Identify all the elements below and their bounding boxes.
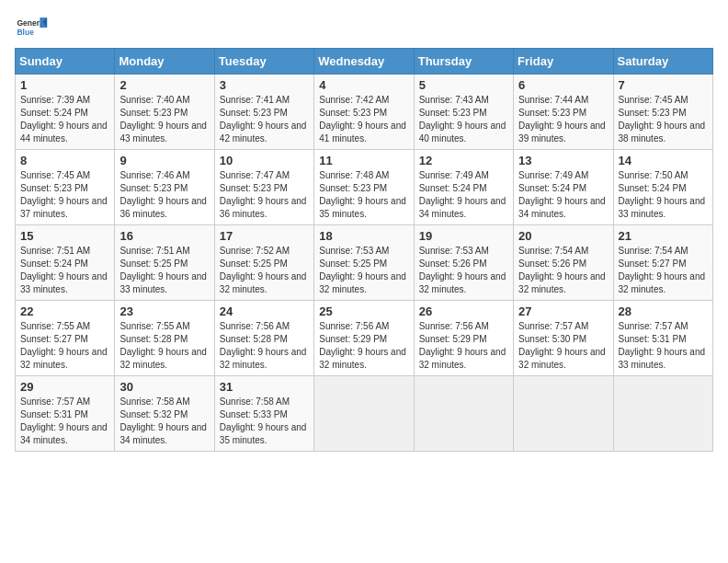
- calendar-cell: 14Sunrise: 7:50 AMSunset: 5:24 PMDayligh…: [613, 150, 712, 225]
- calendar-cell: 16Sunrise: 7:51 AMSunset: 5:25 PMDayligh…: [115, 225, 214, 301]
- day-detail: Sunrise: 7:51 AMSunset: 5:25 PMDaylight:…: [119, 245, 209, 296]
- day-detail: Sunrise: 7:53 AMSunset: 5:25 PMDaylight:…: [319, 245, 408, 296]
- day-number: 31: [220, 380, 309, 394]
- day-number: 1: [20, 78, 109, 92]
- calendar-cell: 17Sunrise: 7:52 AMSunset: 5:25 PMDayligh…: [214, 225, 313, 301]
- svg-text:Blue: Blue: [17, 28, 34, 37]
- calendar-cell: 12Sunrise: 7:49 AMSunset: 5:24 PMDayligh…: [414, 150, 513, 225]
- day-detail: Sunrise: 7:53 AMSunset: 5:26 PMDaylight:…: [419, 245, 508, 296]
- day-number: 17: [220, 229, 309, 243]
- calendar-cell: [314, 376, 414, 452]
- day-number: 30: [119, 380, 209, 394]
- day-number: 5: [419, 78, 508, 92]
- day-detail: Sunrise: 7:41 AMSunset: 5:23 PMDaylight:…: [220, 94, 309, 145]
- day-detail: Sunrise: 7:42 AMSunset: 5:23 PMDaylight:…: [319, 94, 408, 145]
- calendar-cell: 27Sunrise: 7:57 AMSunset: 5:30 PMDayligh…: [514, 301, 613, 376]
- day-number: 20: [518, 229, 608, 243]
- day-detail: Sunrise: 7:46 AMSunset: 5:23 PMDaylight:…: [119, 169, 209, 221]
- day-number: 19: [419, 229, 508, 243]
- day-number: 23: [119, 304, 209, 318]
- calendar-table: SundayMondayTuesdayWednesdayThursdayFrid…: [15, 48, 713, 452]
- calendar-cell: 4Sunrise: 7:42 AMSunset: 5:23 PMDaylight…: [314, 75, 414, 150]
- day-number: 24: [220, 304, 309, 318]
- week-row-4: 22Sunrise: 7:55 AMSunset: 5:27 PMDayligh…: [16, 301, 713, 376]
- day-detail: Sunrise: 7:56 AMSunset: 5:29 PMDaylight:…: [419, 320, 508, 372]
- week-row-3: 15Sunrise: 7:51 AMSunset: 5:24 PMDayligh…: [16, 225, 713, 301]
- calendar-cell: [514, 376, 613, 452]
- day-detail: Sunrise: 7:56 AMSunset: 5:29 PMDaylight:…: [319, 320, 408, 372]
- day-detail: Sunrise: 7:54 AMSunset: 5:27 PMDaylight:…: [619, 245, 708, 296]
- day-number: 15: [20, 229, 109, 243]
- calendar-cell: 2Sunrise: 7:40 AMSunset: 5:23 PMDaylight…: [115, 75, 214, 150]
- day-number: 22: [20, 304, 109, 318]
- header: General Blue: [15, 15, 713, 40]
- day-number: 6: [518, 78, 608, 92]
- day-detail: Sunrise: 7:49 AMSunset: 5:24 PMDaylight:…: [518, 169, 608, 221]
- column-header-wednesday: Wednesday: [314, 49, 414, 75]
- logo: General Blue: [15, 15, 48, 40]
- day-detail: Sunrise: 7:39 AMSunset: 5:24 PMDaylight:…: [20, 94, 109, 145]
- day-number: 4: [319, 78, 408, 92]
- calendar-cell: [414, 376, 513, 452]
- day-number: 13: [518, 154, 608, 167]
- column-header-tuesday: Tuesday: [214, 49, 313, 75]
- day-number: 10: [220, 154, 309, 167]
- day-detail: Sunrise: 7:44 AMSunset: 5:23 PMDaylight:…: [518, 94, 608, 145]
- calendar-cell: 24Sunrise: 7:56 AMSunset: 5:28 PMDayligh…: [214, 301, 313, 376]
- day-detail: Sunrise: 7:51 AMSunset: 5:24 PMDaylight:…: [20, 245, 109, 296]
- calendar-cell: 22Sunrise: 7:55 AMSunset: 5:27 PMDayligh…: [16, 301, 115, 376]
- calendar-cell: 20Sunrise: 7:54 AMSunset: 5:26 PMDayligh…: [514, 225, 613, 301]
- calendar-cell: 29Sunrise: 7:57 AMSunset: 5:31 PMDayligh…: [16, 376, 115, 452]
- day-number: 25: [319, 304, 408, 318]
- calendar-cell: 13Sunrise: 7:49 AMSunset: 5:24 PMDayligh…: [514, 150, 613, 225]
- day-detail: Sunrise: 7:55 AMSunset: 5:27 PMDaylight:…: [20, 320, 109, 372]
- column-header-friday: Friday: [514, 49, 613, 75]
- week-row-5: 29Sunrise: 7:57 AMSunset: 5:31 PMDayligh…: [16, 376, 713, 452]
- day-detail: Sunrise: 7:45 AMSunset: 5:23 PMDaylight:…: [619, 94, 708, 145]
- day-number: 16: [119, 229, 209, 243]
- day-detail: Sunrise: 7:56 AMSunset: 5:28 PMDaylight:…: [220, 320, 309, 372]
- day-detail: Sunrise: 7:58 AMSunset: 5:32 PMDaylight:…: [119, 396, 209, 447]
- calendar-cell: 31Sunrise: 7:58 AMSunset: 5:33 PMDayligh…: [214, 376, 313, 452]
- day-number: 21: [619, 229, 708, 243]
- calendar-cell: [613, 376, 712, 452]
- day-detail: Sunrise: 7:48 AMSunset: 5:23 PMDaylight:…: [319, 169, 408, 221]
- day-detail: Sunrise: 7:45 AMSunset: 5:23 PMDaylight:…: [20, 169, 109, 221]
- calendar-cell: 8Sunrise: 7:45 AMSunset: 5:23 PMDaylight…: [16, 150, 115, 225]
- day-detail: Sunrise: 7:57 AMSunset: 5:31 PMDaylight:…: [20, 396, 109, 447]
- day-number: 9: [119, 154, 209, 167]
- day-number: 29: [20, 380, 109, 394]
- day-number: 3: [220, 78, 309, 92]
- day-detail: Sunrise: 7:57 AMSunset: 5:31 PMDaylight:…: [619, 320, 708, 372]
- calendar-cell: 10Sunrise: 7:47 AMSunset: 5:23 PMDayligh…: [214, 150, 313, 225]
- calendar-cell: 15Sunrise: 7:51 AMSunset: 5:24 PMDayligh…: [16, 225, 115, 301]
- calendar-cell: 19Sunrise: 7:53 AMSunset: 5:26 PMDayligh…: [414, 225, 513, 301]
- column-header-monday: Monday: [115, 49, 214, 75]
- day-detail: Sunrise: 7:52 AMSunset: 5:25 PMDaylight:…: [220, 245, 309, 296]
- calendar-cell: 5Sunrise: 7:43 AMSunset: 5:23 PMDaylight…: [414, 75, 513, 150]
- day-detail: Sunrise: 7:57 AMSunset: 5:30 PMDaylight:…: [518, 320, 608, 372]
- calendar-cell: 9Sunrise: 7:46 AMSunset: 5:23 PMDaylight…: [115, 150, 214, 225]
- day-number: 18: [319, 229, 408, 243]
- day-number: 11: [319, 154, 408, 167]
- day-detail: Sunrise: 7:43 AMSunset: 5:23 PMDaylight:…: [419, 94, 508, 145]
- week-row-2: 8Sunrise: 7:45 AMSunset: 5:23 PMDaylight…: [16, 150, 713, 225]
- day-number: 28: [619, 304, 708, 318]
- column-header-saturday: Saturday: [613, 49, 712, 75]
- week-row-1: 1Sunrise: 7:39 AMSunset: 5:24 PMDaylight…: [16, 75, 713, 150]
- calendar-cell: 18Sunrise: 7:53 AMSunset: 5:25 PMDayligh…: [314, 225, 414, 301]
- calendar-cell: 28Sunrise: 7:57 AMSunset: 5:31 PMDayligh…: [613, 301, 712, 376]
- calendar-cell: 6Sunrise: 7:44 AMSunset: 5:23 PMDaylight…: [514, 75, 613, 150]
- calendar-cell: 25Sunrise: 7:56 AMSunset: 5:29 PMDayligh…: [314, 301, 414, 376]
- day-detail: Sunrise: 7:40 AMSunset: 5:23 PMDaylight:…: [119, 94, 209, 145]
- calendar-cell: 1Sunrise: 7:39 AMSunset: 5:24 PMDaylight…: [16, 75, 115, 150]
- day-number: 7: [619, 78, 708, 92]
- calendar-cell: 3Sunrise: 7:41 AMSunset: 5:23 PMDaylight…: [214, 75, 313, 150]
- calendar-cell: 30Sunrise: 7:58 AMSunset: 5:32 PMDayligh…: [115, 376, 214, 452]
- header-row: SundayMondayTuesdayWednesdayThursdayFrid…: [16, 49, 713, 75]
- day-detail: Sunrise: 7:50 AMSunset: 5:24 PMDaylight:…: [619, 169, 708, 221]
- day-number: 2: [119, 78, 209, 92]
- day-detail: Sunrise: 7:54 AMSunset: 5:26 PMDaylight:…: [518, 245, 608, 296]
- logo-icon: General Blue: [15, 15, 48, 40]
- day-number: 27: [518, 304, 608, 318]
